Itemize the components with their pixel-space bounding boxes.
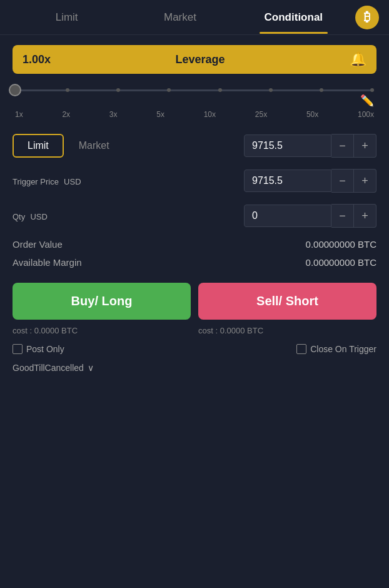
price-plus-btn[interactable]: + (354, 134, 376, 158)
slider-label-50x: 50x (306, 110, 318, 119)
slider-dot-8 (370, 88, 374, 92)
post-only-label: Post Only (26, 344, 64, 354)
slider-label-2x: 2x (62, 110, 70, 119)
slider-label-3x: 3x (109, 110, 118, 119)
slider-thumb[interactable] (9, 84, 21, 96)
leverage-value: 1.00x (23, 53, 51, 66)
close-on-trigger-label: Close On Trigger (310, 344, 376, 354)
slider-dot-5 (218, 88, 222, 92)
qty-minus-btn[interactable]: − (331, 204, 354, 228)
qty-input-group: − + (244, 204, 376, 228)
goodtill-label: GoodTillCancelled (13, 363, 84, 373)
price-input-group: − + (244, 134, 376, 158)
tab-conditional[interactable]: Conditional (237, 1, 350, 34)
goodtill-chevron-icon: ∨ (88, 363, 94, 373)
trigger-price-input-group: − + (244, 169, 376, 193)
post-only-checkbox-box[interactable] (13, 344, 23, 354)
slider-label-25x: 25x (255, 110, 267, 119)
price-input[interactable] (244, 134, 331, 157)
order-type-market-btn[interactable]: Market (64, 134, 124, 158)
goodtill-row[interactable]: GoodTillCancelled ∨ (13, 363, 376, 373)
order-type-row: Limit Market − + (13, 134, 376, 158)
slider-label-5x: 5x (156, 110, 164, 119)
checkbox-row: Post Only Close On Trigger (13, 344, 376, 354)
trigger-price-plus-btn[interactable]: + (354, 169, 376, 193)
qty-label: Qty USD (13, 211, 244, 221)
slider-dot-6 (269, 88, 273, 92)
slider-track-container (15, 84, 374, 96)
post-only-checkbox[interactable]: Post Only (13, 344, 64, 354)
slider-label-1x: 1x (15, 110, 23, 119)
price-minus-btn[interactable]: − (331, 134, 354, 158)
order-value-row: Order Value 0.00000000 BTC (13, 239, 376, 250)
tab-limit[interactable]: Limit (10, 1, 123, 34)
qty-input[interactable] (244, 205, 331, 227)
leverage-bell-icon[interactable]: 🔔 (350, 51, 366, 68)
trigger-price-minus-btn[interactable]: − (331, 169, 354, 193)
leverage-box[interactable]: 1.00x Leverage 🔔 (13, 45, 376, 74)
sell-short-button[interactable]: Sell/ Short (198, 283, 376, 320)
order-type-limit-btn[interactable]: Limit (13, 134, 64, 158)
trigger-price-input[interactable] (244, 170, 331, 192)
qty-row: Qty USD − + (13, 204, 376, 228)
trigger-price-row: Trigger Price USD − + (13, 169, 376, 193)
qty-plus-btn[interactable]: + (354, 204, 376, 228)
close-on-trigger-checkbox[interactable]: Close On Trigger (296, 344, 376, 354)
bitcoin-icon[interactable]: ₿ (355, 6, 379, 29)
action-buttons-row: Buy/ Long Sell/ Short (13, 283, 376, 320)
available-margin-label: Available Margin (13, 257, 306, 268)
slider-label-10x: 10x (204, 110, 216, 119)
close-on-trigger-checkbox-box[interactable] (296, 344, 306, 354)
slider-dot-4 (167, 88, 171, 92)
available-margin-row: Available Margin 0.00000000 BTC (13, 257, 376, 268)
tab-bar: Limit Market Conditional ₿ (0, 0, 389, 35)
buy-cost-label: cost : 0.0000 BTC (13, 326, 191, 335)
order-value-value: 0.00000000 BTC (306, 239, 376, 250)
leverage-label: Leverage (175, 53, 225, 66)
tab-market[interactable]: Market (123, 1, 236, 34)
order-value-label: Order Value (13, 239, 306, 250)
available-margin-value: 0.00000000 BTC (306, 257, 376, 268)
slider-dot-7 (320, 88, 323, 92)
slider-dot-2 (66, 88, 69, 92)
cost-row: cost : 0.0000 BTC cost : 0.0000 BTC (13, 326, 376, 335)
sell-cost-label: cost : 0.0000 BTC (198, 326, 376, 335)
buy-long-button[interactable]: Buy/ Long (13, 283, 191, 320)
slider-label-100x: 100x (358, 110, 374, 119)
leverage-slider-section: ✏️ 1x 2x 3x 5x 10x 25x 50x 100x (13, 84, 376, 119)
slider-track (15, 89, 374, 91)
slider-labels: 1x 2x 3x 5x 10x 25x 50x 100x (15, 110, 374, 119)
trigger-price-label: Trigger Price USD (13, 176, 244, 186)
slider-dot-3 (116, 88, 120, 92)
main-content: 1.00x Leverage 🔔 ✏️ (0, 35, 389, 383)
slider-dots (15, 88, 374, 92)
